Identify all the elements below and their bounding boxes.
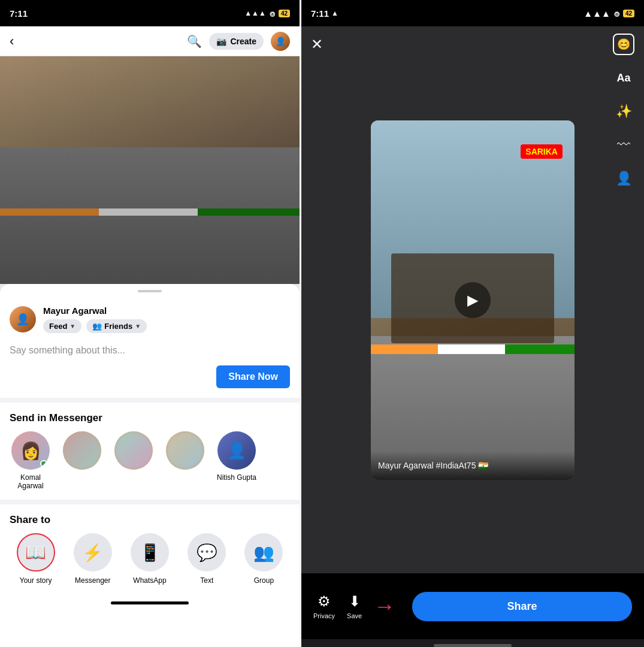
composer-avatar: 👤 xyxy=(10,306,36,332)
contact-item[interactable]: 👤 Nitish Gupta xyxy=(216,431,258,490)
messenger-contacts: 👩 Komal Agarwal xyxy=(0,431,300,504)
status-icons-left: ▲▲▲ ⌾ 42 xyxy=(244,8,290,19)
story-flag-stripe xyxy=(371,344,575,354)
share-now-button[interactable]: Share Now xyxy=(216,365,290,388)
composer-info: Mayur Agarwal Feed ▼ 👥 Friends ▼ xyxy=(43,306,147,333)
contact-name: Nitish Gupta xyxy=(217,473,256,482)
battery-badge-left: 42 xyxy=(279,10,290,17)
friends-icon: 👥 xyxy=(92,322,102,331)
story-caption: Mayur Agarwal #IndiaAt75 🇮🇳 xyxy=(371,451,575,480)
share-icon-your-story[interactable]: 📖 Your story xyxy=(10,533,62,585)
wifi-icon: ⌾ xyxy=(270,8,275,19)
mention-button[interactable]: 👤 xyxy=(613,168,634,189)
post-composer: 👤 Mayur Agarwal Feed ▼ 👥 Friends ▼ xyxy=(0,298,300,403)
share-to-title: Share to xyxy=(0,504,300,533)
contact-item[interactable] xyxy=(61,431,103,490)
composer-placeholder[interactable]: Say something about this... xyxy=(10,340,290,361)
friends-pill[interactable]: 👥 Friends ▼ xyxy=(86,319,147,333)
play-button[interactable]: ▶ xyxy=(455,282,491,318)
draw-button[interactable]: 〰 xyxy=(613,134,634,156)
top-nav: ‹ 🔍 📷 Create 👤 xyxy=(0,26,300,56)
composer-header: 👤 Mayur Agarwal Feed ▼ 👥 Friends ▼ xyxy=(10,306,290,333)
messenger-icon: ⚡ xyxy=(82,543,103,563)
your-story-circle[interactable]: 📖 xyxy=(17,533,55,572)
story-editor: ✕ 😊 Aa ✨ 〰 👤 ▶ SARIKA xyxy=(301,26,644,573)
online-dot xyxy=(40,460,47,467)
privacy-label: Privacy xyxy=(313,612,335,619)
group-label: Group xyxy=(254,576,274,585)
share-icon-whatsapp[interactable]: 📱 WhatsApp xyxy=(123,533,176,585)
wifi-icon-right: ⌾ xyxy=(614,8,619,19)
story-video: ▶ SARIKA ▶ Mayur Agarwal #IndiaAt75 🇮🇳 xyxy=(371,120,575,480)
contact-avatar: 👤 xyxy=(217,431,256,470)
gear-icon: ⚙ xyxy=(318,593,331,610)
friends-label: Friends xyxy=(104,322,132,331)
text-circle[interactable]: 💬 xyxy=(188,533,226,572)
pink-arrow-icon: → xyxy=(374,594,395,619)
back-button[interactable]: ‹ xyxy=(10,34,14,49)
contact-avatar xyxy=(166,431,204,470)
text-tool-button[interactable]: Aa xyxy=(613,67,634,89)
contact-name: Komal Agarwal xyxy=(10,473,52,490)
whatsapp-label: WhatsApp xyxy=(133,576,166,585)
user-avatar[interactable]: 👤 xyxy=(271,32,290,51)
status-bar-right: 7:11 ▲ ▲▲▲ ⌾ 42 xyxy=(301,0,644,26)
share-icon-messenger[interactable]: ⚡ Messenger xyxy=(66,533,119,585)
blurred-avatar xyxy=(63,431,101,470)
search-icon[interactable]: 🔍 xyxy=(187,34,202,49)
feed-label: Feed xyxy=(49,322,67,331)
bottom-sheet: 👤 Mayur Agarwal Feed ▼ 👥 Friends ▼ xyxy=(0,284,300,647)
video-preview xyxy=(0,56,300,284)
book-icon: 📖 xyxy=(25,543,46,563)
status-right-left: 7:11 ▲ xyxy=(311,8,338,19)
composer-pills: Feed ▼ 👥 Friends ▼ xyxy=(43,319,147,333)
save-icon: ⬇ xyxy=(349,593,361,610)
close-button[interactable]: ✕ xyxy=(311,36,323,53)
messenger-label: Messenger xyxy=(75,576,110,585)
text-icon: 💬 xyxy=(196,543,217,563)
left-panel: 7:11 ▲▲▲ ⌾ 42 ‹ 🔍 📷 Create 👤 👤 xyxy=(0,0,300,647)
camera-icon: 📷 xyxy=(216,37,226,46)
signal-icon-right: ▲▲▲ xyxy=(583,8,610,19)
messenger-circle[interactable]: ⚡ xyxy=(74,533,112,572)
contact-item[interactable] xyxy=(164,431,206,490)
group-icon: 👥 xyxy=(253,543,274,563)
right-panel: 7:11 ▲ ▲▲▲ ⌾ 42 ✕ 😊 Aa ✨ 〰 👤 ▶ xyxy=(301,0,644,647)
video-overlay xyxy=(0,56,300,284)
contact-avatar xyxy=(63,431,101,470)
group-circle[interactable]: 👥 xyxy=(244,533,283,572)
share-to-section: Share to 📖 Your story ⚡ Messenger xyxy=(0,504,300,594)
messenger-section-title: Send in Messenger xyxy=(0,403,300,431)
sticker-button[interactable]: 😊 xyxy=(613,34,634,55)
story-tools: 😊 Aa ✨ 〰 👤 xyxy=(613,34,634,189)
effects-button[interactable]: ✨ xyxy=(613,101,634,122)
contact-item[interactable]: 👩 Komal Agarwal xyxy=(10,431,52,490)
status-bar-left: 7:11 ▲▲▲ ⌾ 42 xyxy=(0,0,300,26)
save-label: Save xyxy=(347,612,362,619)
sarika-sign: SARIKA xyxy=(521,144,563,159)
time-right: 7:11 xyxy=(311,8,329,19)
share-button[interactable]: Share xyxy=(412,592,632,621)
privacy-button[interactable]: ⚙ Privacy xyxy=(313,593,335,619)
create-button[interactable]: 📷 Create xyxy=(209,33,264,50)
contact-item[interactable] xyxy=(113,431,155,490)
story-bottom-bar: ⚙ Privacy ⬇ Save → Share xyxy=(301,573,644,639)
share-icon-group[interactable]: 👥 Group xyxy=(238,533,290,585)
time-left: 7:11 xyxy=(10,8,28,19)
home-indicator-left xyxy=(111,601,189,604)
save-button[interactable]: ⬇ Save xyxy=(347,593,362,619)
contact-avatar xyxy=(114,431,153,470)
share-icon-text[interactable]: 💬 Text xyxy=(181,533,233,585)
feed-pill[interactable]: Feed ▼ xyxy=(43,319,81,333)
whatsapp-circle[interactable]: 📱 xyxy=(131,533,169,572)
composer-name: Mayur Agarwal xyxy=(43,306,147,316)
status-right-right: ▲▲▲ ⌾ 42 xyxy=(583,8,634,19)
share-to-icons: 📖 Your story ⚡ Messenger 📱 WhatsA xyxy=(0,533,300,585)
sheet-handle xyxy=(138,290,162,292)
blurred-avatar xyxy=(114,431,153,470)
friends-arrow-icon: ▼ xyxy=(135,323,141,329)
signal-icon: ▲▲▲ xyxy=(244,9,266,17)
text-label: Text xyxy=(200,576,213,585)
contact-avatar: 👩 xyxy=(11,431,50,470)
home-indicator-right xyxy=(434,644,512,647)
